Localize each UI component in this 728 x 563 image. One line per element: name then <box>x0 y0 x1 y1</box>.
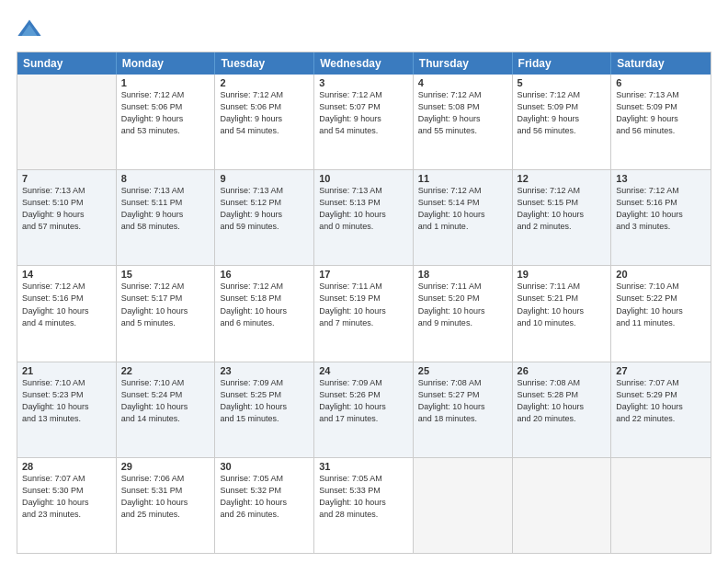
cell-info: Sunrise: 7:12 AMSunset: 5:16 PMDaylight:… <box>616 185 706 233</box>
cell-info: Sunrise: 7:06 AMSunset: 5:31 PMDaylight:… <box>121 473 210 521</box>
cal-cell-3-1: 22Sunrise: 7:10 AMSunset: 5:24 PMDayligh… <box>117 362 216 457</box>
day-number: 3 <box>319 77 408 88</box>
cell-info: Sunrise: 7:10 AMSunset: 5:24 PMDaylight:… <box>121 377 210 425</box>
day-number: 30 <box>220 461 309 472</box>
cell-info: Sunrise: 7:10 AMSunset: 5:23 PMDaylight:… <box>22 377 111 425</box>
header-day-monday: Monday <box>117 52 216 75</box>
cell-info: Sunrise: 7:05 AMSunset: 5:33 PMDaylight:… <box>319 473 408 521</box>
cell-info: Sunrise: 7:13 AMSunset: 5:11 PMDaylight:… <box>121 185 210 233</box>
day-number: 2 <box>220 77 309 88</box>
cal-cell-4-0: 28Sunrise: 7:07 AMSunset: 5:30 PMDayligh… <box>17 458 117 553</box>
cell-info: Sunrise: 7:12 AMSunset: 5:08 PMDaylight:… <box>418 89 507 137</box>
day-number: 14 <box>22 269 111 280</box>
logo-icon <box>17 17 42 42</box>
day-number: 5 <box>518 77 607 88</box>
header-day-sunday: Sunday <box>17 52 117 75</box>
cell-info: Sunrise: 7:12 AMSunset: 5:06 PMDaylight:… <box>121 89 210 137</box>
cal-cell-0-0 <box>17 75 117 169</box>
day-number: 31 <box>319 461 408 472</box>
cell-info: Sunrise: 7:08 AMSunset: 5:27 PMDaylight:… <box>418 377 507 425</box>
calendar: SundayMondayTuesdayWednesdayThursdayFrid… <box>17 52 711 554</box>
cal-cell-0-5: 5Sunrise: 7:12 AMSunset: 5:09 PMDaylight… <box>513 75 612 169</box>
day-number: 19 <box>518 269 607 280</box>
day-number: 11 <box>418 173 507 184</box>
cell-info: Sunrise: 7:07 AMSunset: 5:29 PMDaylight:… <box>616 377 706 425</box>
calendar-row-1: 7Sunrise: 7:13 AMSunset: 5:10 PMDaylight… <box>17 169 711 265</box>
cell-info: Sunrise: 7:09 AMSunset: 5:26 PMDaylight:… <box>319 377 408 425</box>
cell-info: Sunrise: 7:12 AMSunset: 5:06 PMDaylight:… <box>220 89 309 137</box>
cell-info: Sunrise: 7:12 AMSunset: 5:18 PMDaylight:… <box>220 281 309 328</box>
cal-cell-4-5 <box>513 458 612 553</box>
cell-info: Sunrise: 7:12 AMSunset: 5:09 PMDaylight:… <box>518 89 607 137</box>
day-number: 21 <box>22 365 111 376</box>
cal-cell-1-6: 13Sunrise: 7:12 AMSunset: 5:16 PMDayligh… <box>611 170 711 265</box>
cal-cell-1-0: 7Sunrise: 7:13 AMSunset: 5:10 PMDaylight… <box>17 170 117 265</box>
cal-cell-3-0: 21Sunrise: 7:10 AMSunset: 5:23 PMDayligh… <box>17 362 117 457</box>
cal-cell-1-2: 9Sunrise: 7:13 AMSunset: 5:12 PMDaylight… <box>215 170 314 265</box>
day-number: 24 <box>319 365 408 376</box>
cal-cell-0-6: 6Sunrise: 7:13 AMSunset: 5:09 PMDaylight… <box>611 75 711 169</box>
cal-cell-3-5: 26Sunrise: 7:08 AMSunset: 5:28 PMDayligh… <box>513 362 612 457</box>
day-number: 6 <box>616 77 706 88</box>
header-day-saturday: Saturday <box>611 52 711 75</box>
day-number: 17 <box>319 269 408 280</box>
day-number: 22 <box>121 365 210 376</box>
cell-info: Sunrise: 7:08 AMSunset: 5:28 PMDaylight:… <box>518 377 607 425</box>
day-number: 26 <box>518 365 607 376</box>
cal-cell-3-4: 25Sunrise: 7:08 AMSunset: 5:27 PMDayligh… <box>414 362 513 457</box>
cal-cell-2-4: 18Sunrise: 7:11 AMSunset: 5:20 PMDayligh… <box>414 266 513 361</box>
cal-cell-2-5: 19Sunrise: 7:11 AMSunset: 5:21 PMDayligh… <box>513 266 612 361</box>
day-number: 25 <box>418 365 507 376</box>
header-day-wednesday: Wednesday <box>314 52 414 75</box>
day-number: 15 <box>121 269 210 280</box>
day-number: 23 <box>220 365 309 376</box>
cell-info: Sunrise: 7:13 AMSunset: 5:12 PMDaylight:… <box>220 185 309 233</box>
calendar-row-2: 14Sunrise: 7:12 AMSunset: 5:16 PMDayligh… <box>17 265 711 361</box>
calendar-body: 1Sunrise: 7:12 AMSunset: 5:06 PMDaylight… <box>17 75 711 553</box>
cell-info: Sunrise: 7:12 AMSunset: 5:17 PMDaylight:… <box>121 281 210 328</box>
header <box>17 17 711 42</box>
day-number: 27 <box>616 365 706 376</box>
page: SundayMondayTuesdayWednesdayThursdayFrid… <box>0 0 728 563</box>
day-number: 7 <box>22 173 111 184</box>
cell-info: Sunrise: 7:11 AMSunset: 5:21 PMDaylight:… <box>518 281 607 328</box>
cell-info: Sunrise: 7:12 AMSunset: 5:16 PMDaylight:… <box>22 281 111 328</box>
cal-cell-3-2: 23Sunrise: 7:09 AMSunset: 5:25 PMDayligh… <box>215 362 314 457</box>
day-number: 10 <box>319 173 408 184</box>
cell-info: Sunrise: 7:09 AMSunset: 5:25 PMDaylight:… <box>220 377 309 425</box>
cell-info: Sunrise: 7:07 AMSunset: 5:30 PMDaylight:… <box>22 473 111 521</box>
cal-cell-4-6 <box>611 458 711 553</box>
cal-cell-4-2: 30Sunrise: 7:05 AMSunset: 5:32 PMDayligh… <box>215 458 314 553</box>
cal-cell-1-3: 10Sunrise: 7:13 AMSunset: 5:13 PMDayligh… <box>314 170 414 265</box>
cal-cell-2-0: 14Sunrise: 7:12 AMSunset: 5:16 PMDayligh… <box>17 266 117 361</box>
day-number: 4 <box>418 77 507 88</box>
cal-cell-4-3: 31Sunrise: 7:05 AMSunset: 5:33 PMDayligh… <box>314 458 414 553</box>
cal-cell-0-3: 3Sunrise: 7:12 AMSunset: 5:07 PMDaylight… <box>314 75 414 169</box>
cal-cell-3-6: 27Sunrise: 7:07 AMSunset: 5:29 PMDayligh… <box>611 362 711 457</box>
cell-info: Sunrise: 7:05 AMSunset: 5:32 PMDaylight:… <box>220 473 309 521</box>
cal-cell-1-4: 11Sunrise: 7:12 AMSunset: 5:14 PMDayligh… <box>414 170 513 265</box>
day-number: 12 <box>518 173 607 184</box>
day-number: 29 <box>121 461 210 472</box>
day-number: 18 <box>418 269 507 280</box>
cal-cell-3-3: 24Sunrise: 7:09 AMSunset: 5:26 PMDayligh… <box>314 362 414 457</box>
day-number: 8 <box>121 173 210 184</box>
cal-cell-0-2: 2Sunrise: 7:12 AMSunset: 5:06 PMDaylight… <box>215 75 314 169</box>
cal-cell-4-1: 29Sunrise: 7:06 AMSunset: 5:31 PMDayligh… <box>117 458 216 553</box>
day-number: 9 <box>220 173 309 184</box>
cal-cell-4-4 <box>414 458 513 553</box>
cell-info: Sunrise: 7:12 AMSunset: 5:14 PMDaylight:… <box>418 185 507 233</box>
calendar-header: SundayMondayTuesdayWednesdayThursdayFrid… <box>17 52 711 75</box>
day-number: 28 <box>22 461 111 472</box>
header-day-thursday: Thursday <box>414 52 513 75</box>
cal-cell-0-1: 1Sunrise: 7:12 AMSunset: 5:06 PMDaylight… <box>117 75 216 169</box>
cell-info: Sunrise: 7:13 AMSunset: 5:13 PMDaylight:… <box>319 185 408 233</box>
logo <box>17 17 46 42</box>
cell-info: Sunrise: 7:12 AMSunset: 5:15 PMDaylight:… <box>518 185 607 233</box>
cell-info: Sunrise: 7:11 AMSunset: 5:19 PMDaylight:… <box>319 281 408 328</box>
cal-cell-2-3: 17Sunrise: 7:11 AMSunset: 5:19 PMDayligh… <box>314 266 414 361</box>
cell-info: Sunrise: 7:12 AMSunset: 5:07 PMDaylight:… <box>319 89 408 137</box>
header-day-tuesday: Tuesday <box>215 52 314 75</box>
day-number: 16 <box>220 269 309 280</box>
day-number: 13 <box>616 173 706 184</box>
